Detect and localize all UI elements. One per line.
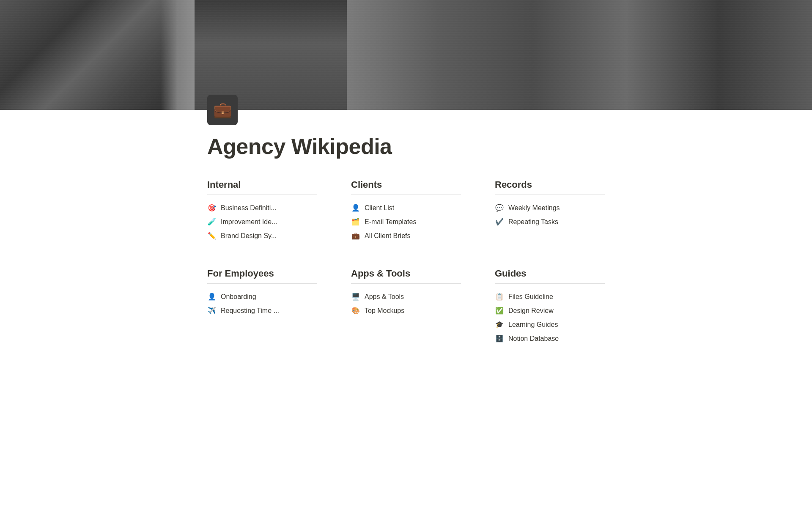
- item-icon: 🎯: [207, 204, 217, 212]
- list-item[interactable]: 👤Onboarding: [207, 290, 317, 304]
- section-items-guides: 📋Files Guideline✅Design Review🎓Learning …: [495, 290, 605, 345]
- section-for-employees: For Employees👤Onboarding✈️Requesting Tim…: [207, 268, 317, 345]
- list-item[interactable]: 💼All Client Briefs: [351, 229, 461, 243]
- item-label: Client List: [365, 204, 394, 212]
- list-item[interactable]: 🗄️Notion Database: [495, 332, 605, 345]
- item-label: Improvement Ide...: [221, 218, 277, 226]
- item-label: Notion Database: [508, 335, 559, 343]
- item-label: E-mail Templates: [365, 218, 416, 226]
- item-icon: 👤: [351, 204, 360, 212]
- item-label: All Client Briefs: [365, 232, 410, 240]
- item-icon: 🎓: [495, 321, 504, 329]
- list-item[interactable]: 💬Weekly Meetings: [495, 201, 605, 215]
- list-item[interactable]: ✔️Repeating Tasks: [495, 215, 605, 229]
- section-items-for-employees: 👤Onboarding✈️Requesting Time ...: [207, 290, 317, 318]
- section-title-internal: Internal: [207, 179, 317, 195]
- section-guides: Guides📋Files Guideline✅Design Review🎓Lea…: [495, 268, 605, 345]
- item-icon: 💼: [351, 232, 360, 240]
- section-title-for-employees: For Employees: [207, 268, 317, 284]
- section-items-clients: 👤Client List🗂️E-mail Templates💼All Clien…: [351, 201, 461, 243]
- section-items-internal: 🎯Business Definiti...🧪Improvement Ide...…: [207, 201, 317, 243]
- item-label: Apps & Tools: [365, 293, 404, 301]
- item-label: Requesting Time ...: [221, 307, 279, 315]
- section-title-clients: Clients: [351, 179, 461, 195]
- section-items-records: 💬Weekly Meetings✔️Repeating Tasks: [495, 201, 605, 229]
- item-icon: 🖥️: [351, 293, 360, 301]
- section-clients: Clients👤Client List🗂️E-mail Templates💼Al…: [351, 179, 461, 243]
- sections-grid: Internal🎯Business Definiti...🧪Improvemen…: [207, 179, 605, 371]
- section-items-apps-tools: 🖥️Apps & Tools🎨Top Mockups: [351, 290, 461, 318]
- item-label: Design Review: [508, 307, 554, 315]
- item-icon: 💬: [495, 204, 504, 212]
- list-item[interactable]: 👤Client List: [351, 201, 461, 215]
- list-item[interactable]: 🖥️Apps & Tools: [351, 290, 461, 304]
- list-item[interactable]: ✏️Brand Design Sy...: [207, 229, 317, 243]
- icon-emoji: 💼: [213, 101, 232, 119]
- list-item[interactable]: 📋Files Guideline: [495, 290, 605, 304]
- item-label: Weekly Meetings: [508, 204, 560, 212]
- section-title-apps-tools: Apps & Tools: [351, 268, 461, 284]
- item-icon: 📋: [495, 293, 504, 301]
- section-records: Records💬Weekly Meetings✔️Repeating Tasks: [495, 179, 605, 243]
- section-title-records: Records: [495, 179, 605, 195]
- hero-banner: [0, 0, 812, 110]
- section-apps-tools: Apps & Tools🖥️Apps & Tools🎨Top Mockups: [351, 268, 461, 345]
- item-icon: 🧪: [207, 218, 217, 226]
- list-item[interactable]: 🎯Business Definiti...: [207, 201, 317, 215]
- item-icon: ✏️: [207, 232, 217, 240]
- item-icon: ✔️: [495, 218, 504, 226]
- item-label: Repeating Tasks: [508, 218, 558, 226]
- item-label: Learning Guides: [508, 321, 558, 329]
- list-item[interactable]: 🧪Improvement Ide...: [207, 215, 317, 229]
- item-label: Files Guideline: [508, 293, 553, 301]
- item-label: Business Definiti...: [221, 204, 277, 212]
- item-icon: 🗄️: [495, 334, 504, 343]
- list-item[interactable]: 🗂️E-mail Templates: [351, 215, 461, 229]
- item-label: Brand Design Sy...: [221, 232, 277, 240]
- page-icon: 💼: [207, 95, 238, 125]
- item-icon: 🗂️: [351, 218, 360, 226]
- item-label: Onboarding: [221, 293, 256, 301]
- list-item[interactable]: 🎓Learning Guides: [495, 318, 605, 332]
- item-icon: ✅: [495, 307, 504, 315]
- page-title: Agency Wikipedia: [207, 134, 605, 159]
- section-title-guides: Guides: [495, 268, 605, 284]
- item-icon: ✈️: [207, 307, 217, 315]
- list-item[interactable]: ✈️Requesting Time ...: [207, 304, 317, 318]
- item-label: Top Mockups: [365, 307, 404, 315]
- list-item[interactable]: ✅Design Review: [495, 304, 605, 318]
- item-icon: 🎨: [351, 307, 360, 315]
- item-icon: 👤: [207, 293, 217, 301]
- section-internal: Internal🎯Business Definiti...🧪Improvemen…: [207, 179, 317, 243]
- list-item[interactable]: 🎨Top Mockups: [351, 304, 461, 318]
